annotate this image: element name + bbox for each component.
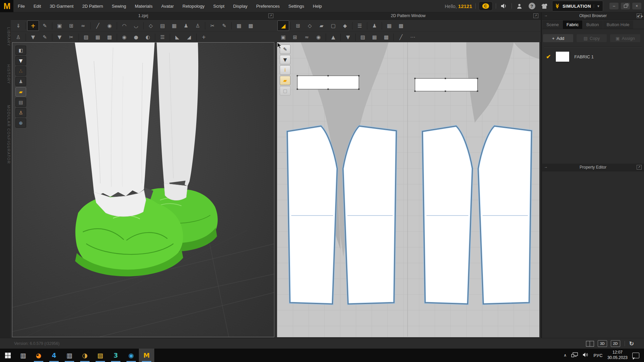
3d-view-button[interactable]: 3D bbox=[598, 340, 607, 347]
pleats-icon[interactable]: ☰ bbox=[354, 20, 366, 31]
measure-icon[interactable]: ⋯ bbox=[407, 32, 419, 42]
segment-sewing-icon[interactable]: ⊞ bbox=[289, 32, 301, 42]
menu-item[interactable]: File bbox=[13, 0, 29, 12]
menu-item[interactable]: Materials bbox=[130, 0, 157, 12]
texture-shirt-b-icon[interactable]: ▩ bbox=[104, 32, 115, 42]
select-button-icon[interactable]: ◉ bbox=[118, 32, 130, 42]
system-monitor-app[interactable]: ▥ bbox=[62, 349, 77, 362]
grid-large-icon[interactable]: ▩ bbox=[245, 20, 257, 31]
avatar-display-icon[interactable]: ♟ bbox=[180, 20, 192, 31]
add-button[interactable]: +Add bbox=[543, 34, 574, 43]
split-view-button[interactable] bbox=[586, 341, 594, 347]
library-tab[interactable]: LIBRARY bbox=[0, 20, 11, 54]
show-particle-icon[interactable]: ∴ bbox=[15, 66, 26, 76]
fold-right-icon[interactable]: ◢ bbox=[183, 32, 195, 42]
menu-item[interactable]: 3D Garment bbox=[45, 0, 78, 12]
simulate-icon[interactable]: ⇓ bbox=[12, 20, 24, 31]
pattern-group-back[interactable] bbox=[422, 126, 531, 304]
2d-view-button[interactable]: 2D bbox=[611, 340, 620, 347]
cut-pattern-3d-icon[interactable]: ✂ bbox=[65, 32, 77, 42]
transform-pattern-tool-icon[interactable]: ◢ bbox=[277, 20, 289, 31]
tab-scroll-left-icon[interactable]: ◀ bbox=[637, 14, 639, 18]
popout-2d-icon[interactable]: ↗ bbox=[533, 13, 538, 18]
select-pattern-3d-icon[interactable]: ▼ bbox=[54, 32, 65, 42]
firefox-app[interactable]: ◕ bbox=[31, 349, 46, 362]
tab-fabric[interactable]: Fabric bbox=[563, 20, 582, 29]
edit-curvature-icon[interactable]: ◇ bbox=[304, 20, 316, 31]
edit-grading-icon[interactable]: ▦ bbox=[383, 20, 395, 31]
render-style-icon[interactable]: ◧ bbox=[15, 46, 26, 55]
assign-button[interactable]: ▣Assign bbox=[610, 34, 641, 43]
show-avatar-bust-icon[interactable]: ♟ bbox=[15, 77, 26, 86]
show-fabric-icon[interactable]: ▰ bbox=[15, 87, 26, 97]
pin-curve-icon[interactable]: ≈ bbox=[77, 20, 89, 31]
volume-icon[interactable] bbox=[583, 352, 589, 358]
cloud-account-button[interactable]: C bbox=[479, 1, 493, 11]
select-sewing-garment-icon[interactable]: ▼ bbox=[27, 32, 39, 42]
network-icon[interactable] bbox=[571, 352, 578, 359]
sewing-machine-icon[interactable]: ▣ bbox=[277, 32, 289, 42]
menu-item[interactable]: Avatar bbox=[157, 0, 178, 12]
telegram-app[interactable]: ◉ bbox=[123, 349, 139, 362]
3dsmax-app[interactable]: 3 bbox=[108, 349, 123, 362]
texture-shirt-a-icon[interactable]: ▦ bbox=[92, 32, 104, 42]
lock-pattern-2d-icon[interactable]: ▢ bbox=[280, 86, 290, 96]
close-button[interactable]: × bbox=[632, 3, 641, 9]
buttonhole-lock-icon[interactable]: ◐ bbox=[142, 32, 154, 42]
restore-button[interactable] bbox=[621, 3, 630, 9]
start-button[interactable] bbox=[0, 349, 15, 362]
copy-button[interactable]: ▤Copy bbox=[576, 34, 607, 43]
marvelous-designer-app[interactable]: M bbox=[139, 349, 154, 362]
fabric-roll-icon[interactable]: ▨ bbox=[80, 32, 92, 42]
menu-item[interactable]: Settings bbox=[284, 0, 309, 12]
pin-move-icon[interactable]: ⊞ bbox=[65, 20, 77, 31]
sound-icon[interactable] bbox=[499, 2, 508, 10]
waistband-piece-2[interactable] bbox=[414, 78, 478, 92]
dart-icon[interactable]: ◆ bbox=[339, 20, 351, 31]
grading-icon[interactable]: ▩ bbox=[395, 20, 407, 31]
fabric-list-item[interactable]: ✔ FABRIC 1 bbox=[542, 48, 644, 65]
tray-expand-icon[interactable]: ∧ bbox=[564, 353, 567, 358]
tab-scene[interactable]: Scene bbox=[543, 20, 562, 29]
3d-viewport[interactable]: ◧▼∴♟▰▤♙⊕ bbox=[12, 42, 274, 337]
menu-item[interactable]: Edit bbox=[29, 0, 45, 12]
pen-3d-icon[interactable]: ✎ bbox=[218, 20, 230, 31]
refresh-button[interactable]: ↻ bbox=[629, 340, 634, 347]
rectangle-icon[interactable]: ▢ bbox=[327, 20, 339, 31]
collapse-arrow-icon-2[interactable]: → bbox=[544, 165, 548, 169]
simulation-dropdown-arrow[interactable]: ▼ bbox=[594, 4, 600, 8]
show-garment-icon[interactable]: ▼ bbox=[15, 56, 26, 65]
show-fabric-2d-icon[interactable]: ▰ bbox=[280, 76, 290, 85]
menu-item[interactable]: 2D Pattern bbox=[78, 0, 107, 12]
walk-avatar-icon[interactable]: ♙ bbox=[12, 32, 24, 42]
tab-button-hole[interactable]: Button Hole bbox=[603, 20, 633, 29]
select-texture-2d-icon[interactable]: ▼ bbox=[342, 32, 354, 42]
edit-pattern-icon[interactable]: ⊞ bbox=[292, 20, 304, 31]
simulation-button[interactable]: ≫ SIMULATION ▼ bbox=[552, 1, 603, 11]
paint-app[interactable]: ◑ bbox=[77, 349, 93, 362]
show-info-2d-icon[interactable]: i bbox=[280, 65, 290, 75]
show-layer-icon[interactable]: ▤ bbox=[15, 98, 26, 107]
user-profile-icon[interactable] bbox=[515, 2, 524, 10]
grid-small-icon[interactable]: ▦ bbox=[233, 20, 245, 31]
solid-garment-icon[interactable]: ▦ bbox=[168, 20, 180, 31]
detect-sewing-icon[interactable]: ◉ bbox=[313, 32, 324, 42]
show-avatar-icon[interactable]: ♙ bbox=[15, 108, 26, 117]
fabric-roll-2d-icon[interactable]: ▨ bbox=[357, 32, 369, 42]
help-icon[interactable]: ? bbox=[527, 2, 537, 10]
perspective-box-icon[interactable]: ◇ bbox=[145, 20, 157, 31]
edit-sewing-3d-icon[interactable]: ◠ bbox=[118, 20, 130, 31]
popout-3d-icon[interactable]: ↗ bbox=[268, 13, 273, 18]
menu-item[interactable]: Display bbox=[229, 0, 252, 12]
internal-line-icon[interactable]: ╱ bbox=[395, 32, 407, 42]
free-sewing-icon[interactable]: ≈ bbox=[301, 32, 313, 42]
menu-item[interactable]: Sewing bbox=[107, 0, 130, 12]
fabric-swatch[interactable] bbox=[555, 51, 570, 62]
waistband-piece-1[interactable] bbox=[297, 75, 359, 90]
2d-pattern-canvas[interactable]: ✎▼i▰▢ bbox=[277, 42, 539, 337]
minimize-button[interactable]: – bbox=[609, 3, 619, 9]
taskview-button[interactable]: ▥ bbox=[15, 349, 31, 362]
select-move-tool-icon[interactable]: + bbox=[27, 20, 39, 31]
menu-item[interactable]: Help bbox=[309, 0, 326, 12]
show-pattern-2d-icon[interactable]: ▼ bbox=[280, 55, 290, 64]
